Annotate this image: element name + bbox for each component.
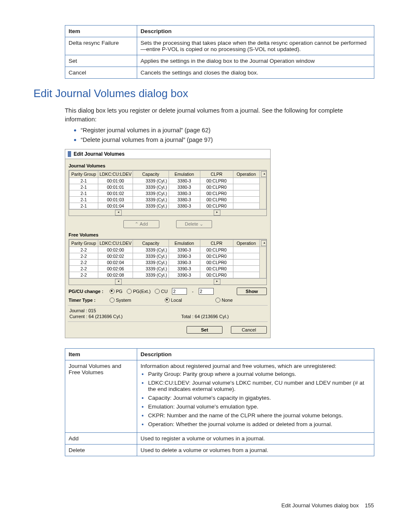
link-register[interactable]: “Register journal volumes in a journal” … — [81, 126, 374, 134]
table-row[interactable]: 2-2 00:02:04 3339 (Cyl.) 3390-3 00:CLPR0 — [69, 259, 266, 265]
jv-cell: 3380-3 — [169, 196, 200, 203]
scroll-left-icon[interactable]: ◂ — [115, 279, 122, 285]
fv-cell: 3390-3 — [169, 253, 200, 259]
fv-cell: 3390-3 — [169, 265, 200, 272]
lower-def-table: Item Description Journal Volumes and Fre… — [65, 348, 374, 456]
jv-cell — [233, 203, 259, 209]
link-delete[interactable]: “Delete journal volumes from a journal” … — [81, 136, 374, 143]
upper-item-2: Cancel — [65, 67, 137, 79]
set-button[interactable]: Set — [187, 326, 223, 334]
fv-cell: 00:CLPR0 — [200, 247, 233, 253]
jv-scrollbar[interactable] — [259, 177, 266, 209]
scroll-up-icon[interactable]: ▴ — [259, 170, 266, 177]
jv-th-ldk[interactable]: LDKC:CU:LDEV — [98, 170, 133, 177]
jv-th-cap[interactable]: Capacity — [133, 170, 169, 177]
table-row[interactable]: 2-1 00:01:04 3339 (Cyl.) 3380-3 00:CLPR0 — [69, 203, 266, 209]
page-footer: Edit Journal Volumes dialog box 155 — [0, 502, 374, 509]
lower-bullet: CKPR: Number and the name of the CLPR wh… — [148, 412, 371, 419]
cu-input-2[interactable]: 2 — [199, 288, 214, 295]
jv-cell: 3339 (Cyl.) — [133, 203, 169, 209]
upper-desc-2: Cancels the settings and closes the dial… — [137, 67, 374, 79]
jv-hscroll[interactable]: ◂ ▸ — [69, 209, 266, 216]
upper-desc-0: Sets the processing that takes place whe… — [137, 37, 374, 55]
table-row[interactable]: 2-2 00:02:08 3339 (Cyl.) 3390-3 00:CLPR0 — [69, 272, 266, 278]
show-button[interactable]: Show — [237, 288, 267, 295]
cancel-button[interactable]: Cancel — [231, 326, 267, 334]
jv-cell: 3380-3 — [169, 203, 200, 209]
fv-th-pg[interactable]: Parity Group — [69, 239, 98, 247]
radio-cu[interactable]: CU — [155, 289, 168, 294]
table-row[interactable]: 2-2 00:02:00 3339 (Cyl.) 3390-3 00:CLPR0 — [69, 247, 266, 253]
jv-cell: 00:01:03 — [98, 196, 133, 203]
fv-th-op[interactable]: Operation — [233, 239, 259, 247]
add-button[interactable]: ⌃ Add — [123, 220, 159, 228]
lower-bullet: Operation: Whether the journal volume is… — [148, 421, 371, 427]
fv-cell — [233, 272, 259, 278]
jv-cell: 2-1 — [69, 184, 98, 190]
lower-item-1: Add — [65, 432, 137, 444]
table-row[interactable]: 2-1 00:01:01 3339 (Cyl.) 3380-3 00:CLPR0 — [69, 184, 266, 190]
jv-th-emu[interactable]: Emulation — [169, 170, 200, 177]
table-row[interactable]: 2-1 00:01:00 3339 (Cyl.) 3380-3 00:CLPR0 — [69, 177, 266, 184]
radio-pg[interactable]: PG — [110, 289, 123, 294]
radio-none[interactable]: None — [215, 298, 233, 303]
table-row[interactable]: 2-1 00:01:03 3339 (Cyl.) 3380-3 00:CLPR0 — [69, 196, 266, 203]
jv-cell — [233, 177, 259, 184]
fv-cell: 00:CLPR0 — [200, 272, 233, 278]
delete-button[interactable]: Delete ⌄ — [176, 220, 212, 228]
fv-cell: 3390-3 — [169, 272, 200, 278]
fv-cell: 00:CLPR0 — [200, 253, 233, 259]
table-row[interactable]: 2-2 00:02:06 3339 (Cyl.) 3390-3 00:CLPR0 — [69, 265, 266, 272]
table-row: Journal Volumes and Free Volumes Informa… — [65, 360, 374, 432]
fv-cell: 00:02:08 — [98, 272, 133, 278]
lower-desc-1: Used to register a volume or volumes in … — [137, 432, 374, 444]
jv-th-pg[interactable]: Parity Group — [69, 170, 98, 177]
fv-cell: 2-2 — [69, 265, 98, 272]
pgcu-change-row: PG/CU change : PG PG(Ext.) CU 2 - 2 Show — [69, 288, 267, 295]
table-row[interactable]: 2-1 00:01:02 3339 (Cyl.) 3380-3 00:CLPR0 — [69, 190, 266, 196]
scroll-right-icon[interactable]: ▸ — [214, 210, 220, 216]
jv-th-op[interactable]: Operation — [233, 170, 259, 177]
jv-cell — [233, 184, 259, 190]
fv-th-clpr[interactable]: CLPR — [200, 239, 233, 247]
fv-cell: 2-2 — [69, 253, 98, 259]
radio-local[interactable]: Local — [165, 298, 182, 303]
jv-th-clpr[interactable]: CLPR — [200, 170, 233, 177]
fv-th-cap[interactable]: Capacity — [133, 239, 169, 247]
jv-cell: 00:CLPR0 — [200, 184, 233, 190]
cu-input-1[interactable]: 2 — [172, 288, 187, 295]
fv-cell: 3390-3 — [169, 259, 200, 265]
jv-cell: 00:01:01 — [98, 184, 133, 190]
lower-desc-0: Information about registered journal and… — [137, 360, 374, 432]
radio-pg-label: PG — [116, 289, 123, 294]
fv-th-ldk[interactable]: LDKC:CU:LDEV — [98, 239, 133, 247]
table-row[interactable]: 2-2 00:02:02 3339 (Cyl.) 3390-3 00:CLPR0 — [69, 253, 266, 259]
section-title: Edit Journal Volumes dialog box — [33, 87, 374, 100]
scroll-right-icon[interactable]: ▸ — [214, 279, 220, 285]
radio-system[interactable]: System — [110, 298, 131, 303]
lower-th-desc: Description — [137, 348, 374, 360]
jv-cell: 00:CLPR0 — [200, 196, 233, 203]
lower-bullet: Capacity: Journal volume's capacity in g… — [148, 395, 371, 401]
upper-item-0: Delta resync Failure — [65, 37, 137, 55]
dialog-title: Edit Journal Volumes — [74, 151, 125, 157]
table-row: Delete Used to delete a volume or volume… — [65, 444, 374, 456]
fv-cell: 00:02:00 — [98, 247, 133, 253]
radio-pgext[interactable]: PG(Ext.) — [127, 289, 151, 294]
jv-cell: 00:CLPR0 — [200, 203, 233, 209]
fv-hscroll[interactable]: ◂ ▸ — [69, 278, 266, 285]
lower-item-2: Delete — [65, 444, 137, 456]
fv-scrollbar[interactable] — [259, 247, 266, 278]
jv-cell: 3339 (Cyl.) — [133, 184, 169, 190]
scroll-left-icon[interactable]: ◂ — [115, 210, 122, 216]
fv-cell: 00:02:06 — [98, 265, 133, 272]
jv-cell: 3380-3 — [169, 184, 200, 190]
total-capacity-line: Total : 64 (213696 Cyl.) — [181, 314, 229, 319]
fv-cell: 2-2 — [69, 259, 98, 265]
jv-cell: 00:01:04 — [98, 203, 133, 209]
fv-th-emu[interactable]: Emulation — [169, 239, 200, 247]
jv-cell: 00:CLPR0 — [200, 190, 233, 196]
current-capacity-line: Current : 64 (213696 Cyl.) — [69, 314, 123, 319]
scroll-up-icon[interactable]: ▴ — [259, 239, 266, 247]
upper-def-table: Item Description Delta resync Failure Se… — [65, 25, 374, 79]
